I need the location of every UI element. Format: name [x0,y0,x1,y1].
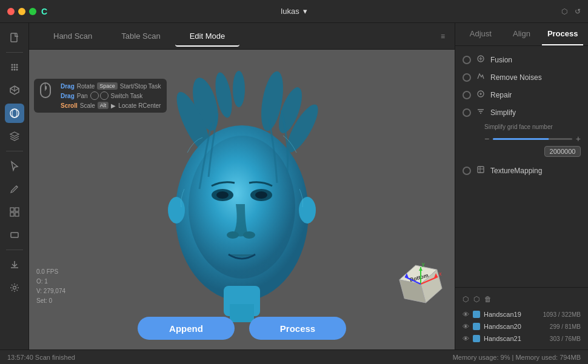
viewport-buttons: Append Process [138,317,346,340]
svg-point-2 [13,64,15,66]
process-item-simplify[interactable]: Simplify [455,104,588,121]
fusion-toggle[interactable] [463,56,471,64]
svg-text:y: y [422,261,425,267]
repair-toggle[interactable] [463,91,471,99]
svg-point-4 [11,67,13,68]
eye-icon-1[interactable]: 👁 [463,323,469,330]
minimize-button[interactable] [18,8,25,15]
traffic-lights [7,8,36,15]
chevron-down-icon[interactable] [303,7,307,16]
svg-text:x: x [439,271,442,277]
toolbar-dots-btn[interactable] [5,58,24,77]
maximize-button[interactable] [29,8,36,15]
right-bottom-panel: ⬡ ⬡ 🗑 👁 Handscan19 1093 / 322MB 👁 Handsc… [455,287,588,349]
import-icon[interactable]: ⬡ [463,295,469,303]
tab-hand-scan[interactable]: Hand Scan [39,27,107,45]
process-button[interactable]: Process [249,317,346,340]
toolbar-edit-btn[interactable] [5,179,24,199]
scan-name-2: Handscan21 [484,335,546,342]
scan-stats-2: 303 / 76MB [550,336,581,342]
scan-item-0[interactable]: 👁 Handscan19 1093 / 322MB [460,308,583,320]
scan-name-0: Handscan19 [484,311,540,318]
svg-point-7 [11,69,13,71]
bottom-toolbar: ⬡ ⬡ 🗑 [460,293,583,308]
toolbar-layers-btn[interactable] [5,127,24,146]
remove-noises-icon [476,72,486,82]
tab-table-scan[interactable]: Table Scan [107,27,175,45]
scan-item-1[interactable]: 👁 Handscan20 299 / 81MB [460,320,583,333]
toolbar-cube-btn[interactable] [5,81,24,100]
svg-rect-0 [11,33,17,42]
simplify-grid-label: Simplify grid face number [484,124,581,130]
titlebar-right: ⬡ ↺ [561,7,581,16]
texture-mapping-toggle[interactable] [463,167,471,175]
toolbar-import-btn[interactable] [5,255,24,274]
tab-align[interactable]: Align [501,23,543,45]
toolbar-file-btn[interactable] [5,28,24,47]
toolbar-cursor-btn[interactable] [5,156,24,176]
controls-hint: Drag Rotate Space Start/Stop Task Drag P… [34,79,167,113]
refresh-icon[interactable]: ↺ [575,7,581,16]
tab-menu-button[interactable]: ≡ [441,32,445,41]
scan-item-2[interactable]: 👁 Handscan21 303 / 76MB [460,333,583,345]
simplify-slider[interactable] [493,138,572,140]
export-icon[interactable]: ⬡ [473,295,479,303]
o-label: O: 1 [36,277,65,286]
tab-adjust[interactable]: Adjust [460,23,501,45]
tab-edit-mode[interactable]: Edit Mode [175,27,240,47]
remove-noises-toggle[interactable] [463,73,471,82]
titlebar: C lukas ⬡ ↺ [0,0,588,23]
viewport-3d[interactable]: Drag Rotate Space Start/Stop Task Drag P… [29,50,455,349]
eye-icon-0[interactable]: 👁 [463,311,469,318]
svg-point-33 [168,197,185,223]
compass-widget: Bottom x y [396,260,445,308]
svg-point-3 [16,64,18,66]
head-model [139,68,345,322]
close-button[interactable] [7,8,15,15]
process-item-texture-mapping[interactable]: TextureMapping [455,162,588,179]
s-label: Set: 0 [36,296,65,306]
svg-point-1 [11,64,13,66]
eye-icon-2[interactable]: 👁 [463,335,469,342]
svg-point-22 [233,71,245,107]
scan-name-1: Handscan20 [484,323,546,330]
toolbar-settings-btn[interactable] [5,278,24,297]
simplify-toggle[interactable] [463,108,471,117]
toolbar-grid-btn[interactable] [5,202,24,222]
svg-point-31 [227,231,239,239]
status-right: Memory usage: 9% | Memory used: 794MB [453,354,581,361]
slider-plus-btn[interactable]: + [576,134,581,144]
slider-minus-btn[interactable]: − [484,134,489,144]
repair-label: Repair [490,91,512,99]
texture-mapping-icon [476,165,486,176]
tab-bar: Hand Scan Table Scan Edit Mode ≡ [29,23,455,50]
status-left: 13:57:40 Scan finished [7,354,75,361]
toolbar-rect-btn[interactable] [5,225,24,245]
share-icon[interactable]: ⬡ [561,7,567,16]
username-label: lukas [281,7,299,16]
toolbar-model-btn[interactable] [5,104,24,123]
controls-col-1: Drag Rotate Space Start/Stop Task Drag P… [61,82,161,109]
svg-point-9 [16,69,18,71]
texture-mapping-label: TextureMapping [490,167,542,175]
svg-point-10 [10,109,19,117]
svg-point-11 [12,109,17,117]
sep-1 [6,52,23,53]
left-toolbar [0,23,29,349]
delete-icon[interactable]: 🗑 [484,295,492,303]
viewport-info: 0.0 FPS O: 1 V: 279,074 Set: 0 [36,267,65,306]
svg-point-34 [299,197,316,223]
simplify-value[interactable]: 2000000 [544,146,581,157]
process-item-remove-noises[interactable]: Remove Noises [455,68,588,86]
append-button[interactable]: Append [138,317,235,340]
fusion-label: Fusion [490,56,512,64]
scan-color-2 [473,335,480,342]
process-item-repair[interactable]: Repair [455,86,588,104]
sep-3 [6,250,23,250]
remove-noises-label: Remove Noises [490,73,542,82]
right-panel-tabs: Adjust Align Process [455,23,588,46]
tab-process[interactable]: Process [542,23,583,45]
process-item-fusion[interactable]: Fusion [455,51,588,68]
simplify-slider-row: − + [484,134,581,144]
svg-point-8 [13,69,15,71]
